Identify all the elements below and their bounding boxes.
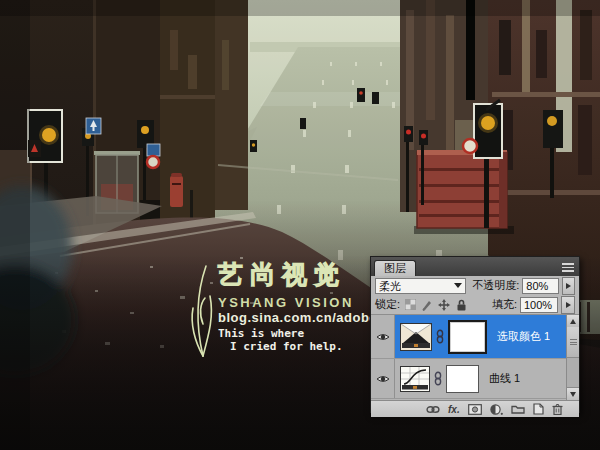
brush-icon <box>421 299 433 311</box>
eye-icon <box>376 374 390 384</box>
padlock-icon <box>456 299 467 311</box>
lock-fill-row: 锁定: <box>371 295 579 314</box>
fill-stepper-button[interactable] <box>561 296 575 314</box>
selective-color-thumbnail[interactable] <box>400 323 432 351</box>
visibility-toggle[interactable] <box>371 315 395 358</box>
screenshot-stage: 艺尚视觉 YSHANG VISION blog.sina.com.cn/adob… <box>0 0 600 450</box>
visibility-toggle[interactable] <box>371 359 395 398</box>
move-icon <box>438 299 450 311</box>
scrollbar-thumb[interactable] <box>567 327 579 358</box>
layers-panel: 图层 柔光 不透明度: 80% 锁定: <box>370 256 580 413</box>
opacity-field[interactable]: 80% <box>522 278 558 294</box>
opacity-label: 不透明度: <box>472 278 519 293</box>
add-layer-mask-button[interactable] <box>468 402 482 416</box>
layer-mask-icon <box>468 404 482 415</box>
link-icon <box>436 329 444 344</box>
curves-thumbnail[interactable] <box>400 366 430 392</box>
trash-icon <box>552 403 563 415</box>
watermark-caption-line2: I cried for help. <box>230 340 343 353</box>
arrow-down-icon <box>570 392 576 397</box>
scroll-down-button[interactable] <box>567 387 579 400</box>
arrow-right-icon <box>566 302 571 308</box>
arrow-up-icon <box>570 319 576 324</box>
watermark-url: blog.sina.com.cn/adobech <box>218 310 393 325</box>
layer-style-button[interactable]: fx. <box>448 402 460 416</box>
fill-field[interactable]: 100% <box>520 297 558 313</box>
layer-name: 选取颜色 1 <box>497 329 550 344</box>
layer-mask-thumbnail[interactable] <box>448 320 487 354</box>
layer-row-curves[interactable]: 曲线 1 <box>371 359 579 399</box>
lock-image-pixels-button[interactable] <box>420 298 434 312</box>
blend-mode-select[interactable]: 柔光 <box>375 278 466 294</box>
layer-row-selective-color[interactable]: 选取颜色 1 <box>371 315 579 359</box>
menu-lines-icon <box>562 263 574 265</box>
link-layers-button[interactable] <box>426 402 440 416</box>
blend-opacity-row: 柔光 不透明度: 80% <box>371 276 579 295</box>
new-adjustment-layer-button[interactable] <box>490 402 503 416</box>
fill-label: 填充: <box>492 297 517 312</box>
chevron-down-icon <box>454 283 462 288</box>
layer-name: 曲线 1 <box>489 371 520 386</box>
link-icon <box>434 371 442 386</box>
link-layers-icon <box>426 405 440 414</box>
scrollbar[interactable] <box>566 315 579 400</box>
new-layer-button[interactable] <box>533 402 544 416</box>
delete-layer-button[interactable] <box>552 402 563 416</box>
layers-tab[interactable]: 图层 <box>374 260 416 276</box>
fx-icon: fx. <box>448 404 460 415</box>
folder-icon <box>511 404 525 414</box>
new-layer-icon <box>533 403 544 415</box>
layers-panel-titlebar: 图层 <box>371 257 579 276</box>
lock-transparent-pixels-button[interactable] <box>403 298 417 312</box>
layer-mask-thumbnail[interactable] <box>446 365 479 393</box>
watermark-caption-line1: This is where <box>218 327 304 340</box>
lock-label: 锁定: <box>375 297 400 312</box>
arrow-right-icon <box>566 283 571 289</box>
opacity-stepper-button[interactable] <box>562 277 575 295</box>
layers-list: 选取颜色 1 <box>371 314 579 400</box>
watermark-title-en: YSHANG VISION <box>218 295 354 310</box>
adjustment-layer-icon <box>490 404 503 415</box>
eye-icon <box>376 332 390 342</box>
panel-menu-button[interactable] <box>560 261 576 272</box>
lock-position-button[interactable] <box>437 298 451 312</box>
lock-all-button[interactable] <box>454 298 468 312</box>
watermark-vine-logo-icon <box>190 264 216 360</box>
blend-mode-value: 柔光 <box>379 279 401 293</box>
layers-panel-footer: fx. <box>371 400 579 417</box>
checkerboard-icon <box>405 299 416 310</box>
watermark-title-cn: 艺尚视觉 <box>218 258 346 291</box>
new-group-button[interactable] <box>511 402 525 416</box>
